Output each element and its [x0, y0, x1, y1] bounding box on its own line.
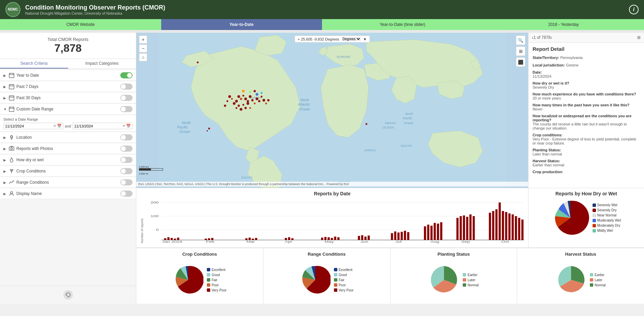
report-detail-title: Report Detail	[533, 46, 640, 52]
svg-text:Jul: Jul	[395, 240, 401, 243]
svg-rect-137	[518, 218, 520, 240]
layers-button[interactable]: ⊞	[516, 46, 525, 56]
detail-times-seen-label: How many times in the past have you seen…	[533, 103, 640, 107]
detail-localized-value: The county did receive a little rain but…	[533, 122, 640, 130]
top-row: North Pacific Ocean North Atlantic Ocean…	[136, 33, 644, 188]
next-report-button[interactable]: ›	[551, 35, 552, 40]
svg-text:Apr: Apr	[285, 240, 292, 243]
detail-dry-wet-label: How dry or wet is it?	[533, 81, 640, 85]
filter-custom-date: ▼ Custom Date Range	[0, 104, 136, 115]
svg-rect-136	[515, 216, 517, 240]
calendar-start-icon[interactable]: 📅	[57, 124, 62, 128]
range-poor-dot	[334, 283, 337, 287]
reports-by-wet-dry-panel: Reports by How Dry or Wet	[528, 188, 644, 247]
detail-experience: How much experience do you have with con…	[533, 92, 640, 100]
date-start-input[interactable]	[5, 124, 53, 128]
map-scale: 2,000 km 2,000 mi	[139, 166, 166, 177]
zoom-out-button[interactable]: −	[139, 44, 147, 52]
detail-state-value: Pennsylvania	[560, 56, 582, 60]
svg-point-66	[249, 91, 251, 93]
toggle-display-name[interactable]	[120, 191, 133, 197]
drop-icon	[9, 157, 14, 163]
svg-rect-138	[521, 220, 523, 240]
toggle-range-conditions[interactable]	[120, 179, 133, 185]
legend-crop-fair: Fair	[207, 278, 227, 282]
reset-button[interactable]	[63, 290, 73, 300]
svg-point-41	[242, 95, 244, 96]
toggle-custom-date[interactable]	[120, 106, 133, 112]
toggle-crop-conditions[interactable]	[120, 168, 133, 174]
map-dropdown-icon[interactable]: ▼	[363, 37, 367, 41]
calendar-icon	[9, 73, 14, 78]
range-very-poor-label: Very Poor	[339, 288, 354, 292]
map-coordinates: + 25.605 -9.832 Degrees	[298, 37, 339, 41]
legend-range-good: Good	[334, 273, 354, 277]
planting-normal-dot	[463, 283, 466, 287]
svg-point-50	[251, 99, 254, 102]
tab-impact-categories[interactable]: Impact Categories	[68, 59, 136, 69]
toggle-past-7-days[interactable]	[120, 84, 133, 90]
date-range-section: Select a Date Range ✕ 📅 and ✕ 📅	[0, 115, 136, 132]
svg-rect-117	[427, 225, 429, 240]
map-projection-select[interactable]: Degrees	[341, 37, 361, 41]
tab-cmor-website[interactable]: CMOR Website	[0, 19, 161, 30]
reports-by-date-panel: Reports by Date Number of reports 200 10…	[136, 188, 528, 247]
reset-section	[0, 286, 136, 304]
filter-custom-date-container: ▼ Custom Date Range Select a Date Range …	[0, 104, 136, 132]
date-end-input[interactable]	[74, 124, 122, 128]
svg-text:Ocean: Ocean	[404, 121, 413, 125]
report-navigation: ‹ 1 of 7878 › ⊞	[528, 33, 644, 43]
range-very-poor-dot	[334, 288, 337, 292]
app-subtitle: National Drought Mitigation Center, Univ…	[25, 11, 165, 15]
home-button[interactable]: ⌂	[139, 53, 147, 61]
near-normal-label: Near Normal	[597, 213, 617, 217]
range-good-dot	[334, 273, 337, 276]
planting-earlier-label: Earlier	[467, 273, 477, 277]
tab-year-to-date[interactable]: Year-to-Date	[161, 19, 322, 30]
zoom-in-button[interactable]: +	[139, 35, 147, 44]
detail-date-value: 11/13/2024	[533, 74, 640, 78]
svg-text:0: 0	[156, 228, 159, 232]
svg-point-45	[231, 98, 233, 100]
svg-rect-113	[401, 232, 403, 240]
tab-year-to-date-slider[interactable]: Year-to-Date (time slider)	[322, 19, 483, 30]
basemap-button[interactable]: ⬛	[516, 57, 525, 67]
toggle-year-to-date[interactable]	[120, 72, 133, 78]
svg-rect-110	[391, 233, 393, 240]
svg-text:2,000 km: 2,000 km	[139, 166, 149, 168]
range-icon	[9, 180, 14, 185]
legend-range-fair: Fair	[334, 278, 354, 282]
toggle-photos[interactable]	[120, 146, 133, 152]
expand-icon: ▶	[3, 136, 7, 139]
svg-point-57	[249, 107, 251, 109]
legend-crop-very-poor: Very Poor	[207, 288, 227, 292]
clear-start-icon[interactable]: ✕	[53, 124, 56, 128]
svg-point-56	[244, 107, 247, 109]
svg-text:2,000 mi: 2,000 mi	[139, 172, 148, 175]
svg-point-38	[237, 95, 240, 98]
expand-report-icon[interactable]: ⊞	[637, 35, 641, 40]
toggle-location[interactable]	[120, 134, 133, 140]
tab-search-criteria[interactable]: Search Criteria	[0, 59, 68, 69]
range-excellent-label: Excellent	[339, 268, 353, 272]
svg-rect-101	[324, 237, 326, 240]
info-icon[interactable]: i	[629, 5, 639, 14]
nav-tabs: CMOR Website Year-to-Date Year-to-Date (…	[0, 19, 644, 30]
toggle-dry-wet[interactable]	[120, 157, 133, 163]
filter-crop-label: Crop Conditions	[16, 169, 120, 174]
svg-rect-127	[473, 216, 475, 240]
toggle-past-30-days[interactable]	[120, 95, 133, 101]
filter-past-30-days: ▶ Past 30 Days	[0, 93, 136, 103]
search-tool-button[interactable]: 🔍	[516, 35, 525, 45]
svg-point-71	[206, 130, 208, 132]
calendar-end-icon[interactable]: 📅	[126, 124, 131, 128]
svg-text:Feb: Feb	[206, 240, 214, 243]
detail-crop-prod: Crop production:	[533, 170, 640, 174]
planting-earlier-dot	[463, 273, 466, 276]
tab-2018-yesterday[interactable]: 2018 - Yesterday	[483, 19, 644, 30]
detail-planting-value: Later than normal	[533, 152, 640, 156]
svg-text:North: North	[300, 98, 309, 102]
clear-end-icon[interactable]: ✕	[122, 124, 125, 128]
calendar-icon-2	[9, 84, 14, 89]
expand-icon: ▶	[3, 147, 7, 151]
